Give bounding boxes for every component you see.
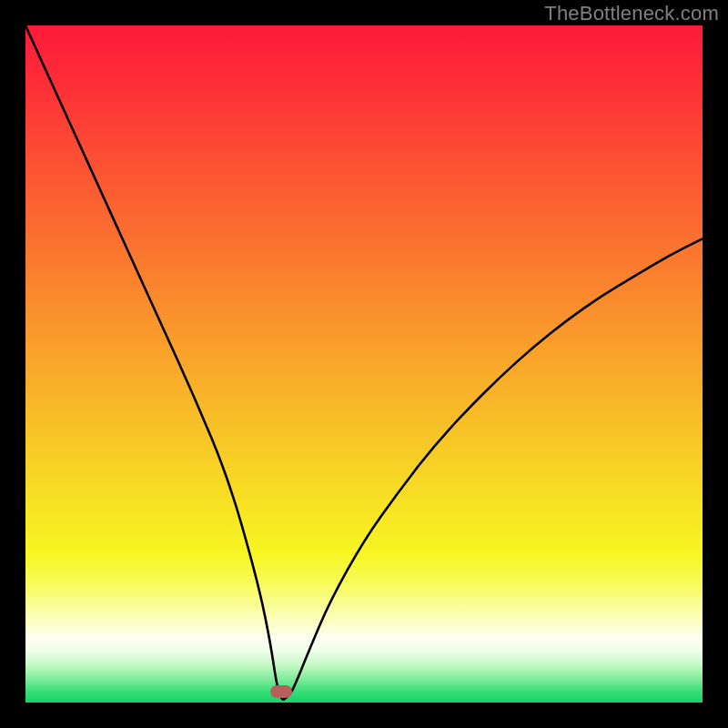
watermark-text: TheBottleneck.com [544, 2, 719, 25]
chart-frame: TheBottleneck.com [0, 0, 728, 728]
bottleneck-curve [25, 25, 703, 703]
plot-area [25, 25, 703, 703]
optimal-point-marker [270, 685, 292, 698]
